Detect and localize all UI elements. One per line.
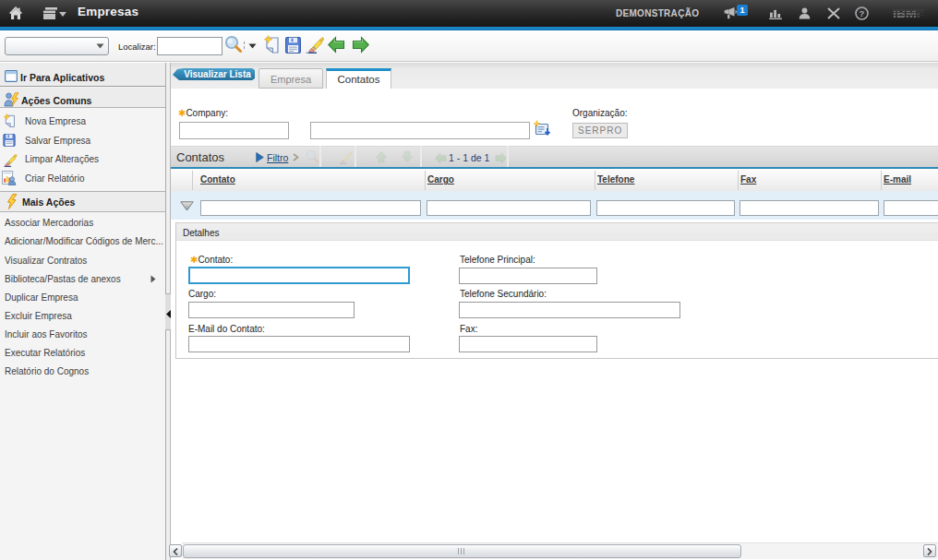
svg-text:?: ? bbox=[860, 8, 865, 18]
